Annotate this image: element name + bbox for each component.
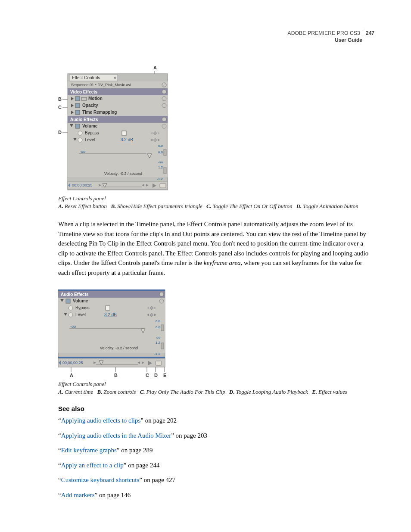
svg-text:Effect Controls: Effect Controls [72, 75, 100, 80]
svg-text:6.0: 6.0 [156, 319, 161, 323]
header-subtitle: User Guide [58, 37, 362, 44]
stopwatch-icon[interactable] [68, 306, 73, 310]
svg-text:Time Remapping: Time Remapping [82, 110, 117, 115]
callout-c: C [146, 373, 149, 378]
svg-text:Volume: Volume [82, 124, 98, 128]
svg-text:Bypass: Bypass [75, 305, 90, 310]
svg-rect-57 [58, 357, 165, 358]
svg-text:Opacity: Opacity [82, 103, 98, 108]
cross-reference-link[interactable]: Edit keyframe graphs [61, 447, 117, 454]
see-also-item: “Apply an effect to a clip” on page 244 [58, 460, 374, 470]
product-name: ADOBE PREMIERE PRO CS3 [288, 30, 360, 37]
svg-text:-1.2: -1.2 [154, 352, 160, 356]
page-number: 247 [363, 30, 374, 37]
svg-text:-oo: -oo [80, 149, 85, 154]
svg-text:-oo: -oo [155, 336, 160, 339]
cross-reference-link[interactable]: Customize keyboard shortcuts [61, 476, 140, 483]
figure-effect-controls-audio: Audio Effects Volume Bypass Level 3.2 dB [58, 289, 374, 378]
svg-text:Velocity: -0.2 / second: Velocity: -0.2 / second [100, 346, 138, 350]
vscroll-thumb[interactable] [161, 325, 164, 331]
bypass-checkbox[interactable] [106, 306, 110, 310]
svg-text:Level: Level [85, 137, 95, 142]
svg-text:-1.2: -1.2 [157, 177, 163, 181]
fx-toggle-icon[interactable] [75, 103, 80, 108]
cross-reference-link[interactable]: Add markers [61, 492, 95, 498]
svg-text:Velocity: -0.2 / second: Velocity: -0.2 / second [104, 171, 142, 176]
svg-text:-oo: -oo [158, 160, 163, 164]
svg-rect-23 [68, 137, 168, 143]
page-header: ADOBE PREMIERE PRO CS3 247 User Guide [58, 30, 374, 44]
fx-toggle-icon[interactable] [66, 299, 70, 303]
loop-playback-icon[interactable] [156, 361, 162, 365]
svg-rect-11 [68, 95, 168, 102]
callout-b: B [58, 96, 62, 102]
stopwatch-icon[interactable] [68, 313, 73, 317]
reset-icon[interactable] [162, 117, 166, 121]
callout-a: A [153, 65, 157, 70]
see-also-item: “Applying audio effects in the Audio Mix… [58, 431, 374, 441]
vscroll-thumb[interactable] [164, 149, 166, 156]
figure-effect-controls-full: A B C D Effect Controls ✕ Sequence 01 * … [58, 65, 374, 192]
svg-text:Level: Level [75, 312, 86, 317]
callout-d: D [154, 373, 158, 378]
current-time[interactable]: 00;00;00;25 [62, 361, 83, 365]
callout-b: B [114, 373, 118, 378]
svg-text:Motion: Motion [88, 96, 103, 101]
stopwatch-icon[interactable] [78, 138, 82, 142]
reset-icon[interactable] [162, 90, 166, 94]
cross-reference-link[interactable]: Applying audio effects to clips [61, 417, 141, 424]
svg-text:6.0: 6.0 [158, 144, 163, 148]
svg-text:Bypass: Bypass [85, 131, 99, 135]
level-value[interactable]: 3.2 dB [104, 312, 117, 317]
callout-e: E [163, 373, 166, 378]
figure2-caption: Effect Controls panel A.Current time B.Z… [58, 380, 374, 395]
svg-text:Sequence 01 * DV_Pink_Music.av: Sequence 01 * DV_Pink_Music.avi [71, 83, 131, 87]
see-also-item: “Edit keyframe graphs” on page 289 [58, 445, 374, 455]
svg-text:1.2: 1.2 [156, 341, 161, 345]
callout-a: A [70, 373, 73, 378]
vscroll-thumb[interactable] [164, 168, 166, 174]
body-paragraph: When a clip is selected in the Timeline … [58, 219, 374, 277]
stopwatch-icon[interactable] [78, 131, 82, 135]
see-also-heading: See also [58, 405, 374, 412]
svg-rect-21 [68, 130, 168, 137]
svg-text:Volume: Volume [73, 299, 88, 303]
svg-text:Audio Effects: Audio Effects [70, 117, 98, 122]
current-time[interactable]: 00;00;00;25 [72, 183, 93, 187]
see-also-item: “Applying audio effects to clips” on pag… [58, 416, 374, 426]
callout-c: C [58, 105, 62, 110]
svg-text:6.0: 6.0 [158, 150, 163, 154]
svg-text:Video Effects: Video Effects [70, 90, 98, 94]
cross-reference-link[interactable]: Apply an effect to a clip [61, 462, 124, 469]
svg-rect-38 [58, 289, 165, 291]
svg-text:6.0: 6.0 [156, 325, 161, 329]
svg-text:1.2: 1.2 [158, 165, 163, 169]
see-also-item: “Add markers” on page 146 [58, 490, 374, 500]
level-value[interactable]: 3.2 dB [121, 137, 133, 142]
svg-text:-oo: -oo [70, 324, 76, 329]
fx-toggle-icon[interactable] [75, 110, 80, 115]
loop-playback-icon[interactable] [160, 184, 166, 188]
see-also-item: “Customize keyboard shortcuts” on page 4… [58, 475, 374, 485]
close-icon[interactable]: ✕ [113, 76, 117, 80]
reset-icon[interactable] [159, 292, 164, 296]
cross-reference-link[interactable]: Applying audio effects in the Audio Mixe… [61, 432, 171, 439]
fx-toggle-icon[interactable] [75, 124, 80, 128]
svg-text:Audio Effects: Audio Effects [61, 292, 89, 297]
bypass-checkbox[interactable] [122, 131, 126, 135]
vscroll-thumb[interactable] [161, 343, 164, 349]
fx-toggle-icon[interactable] [75, 96, 80, 101]
callout-d: D [58, 130, 62, 135]
figure1-caption: Effect Controls panel A.Reset Effect but… [58, 195, 374, 210]
